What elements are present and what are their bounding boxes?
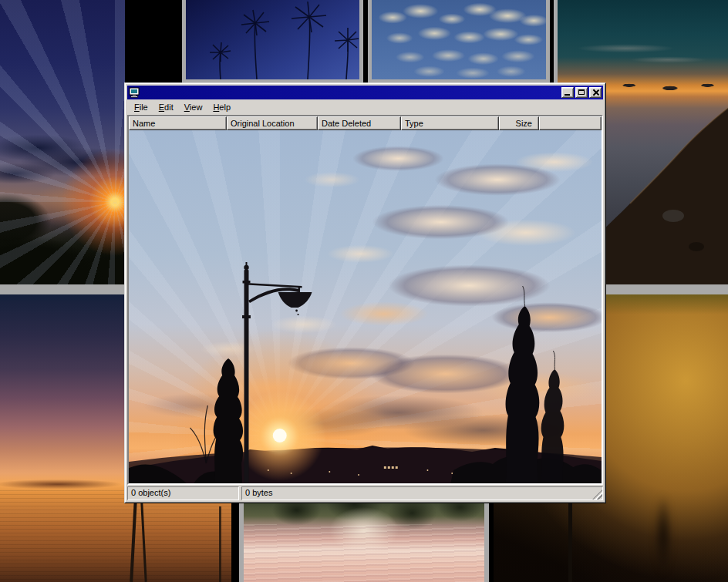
lamp-post-silhouette xyxy=(568,497,572,582)
statusbar: 0 object(s) 0 bytes xyxy=(127,486,603,500)
right-tall-tree-2 xyxy=(541,369,565,483)
right-tall-tree-1 xyxy=(506,306,540,483)
cypress-tree xyxy=(214,358,243,483)
wallpaper-photo-sunrays xyxy=(0,0,125,284)
column-header-row: Name Original Location Date Deleted Type… xyxy=(129,116,602,130)
column-header-date-deleted[interactable]: Date Deleted xyxy=(318,116,401,130)
wallpaper-photo-dried-flowers xyxy=(182,0,363,83)
column-header-type[interactable]: Type xyxy=(401,116,499,130)
menu-help[interactable]: Help xyxy=(207,101,236,114)
maximize-icon xyxy=(578,89,585,95)
sunset-wallpaper-image xyxy=(129,130,602,483)
menu-edit[interactable]: Edit xyxy=(153,101,179,114)
water-pole xyxy=(219,506,221,582)
titlebar[interactable] xyxy=(127,86,603,99)
column-header-original-location[interactable]: Original Location xyxy=(227,116,318,130)
window-controls xyxy=(560,87,602,98)
close-button[interactable] xyxy=(589,87,602,98)
menu-file[interactable]: File xyxy=(129,101,153,114)
menubar: File Edit View Help xyxy=(127,99,603,115)
status-object-count: 0 object(s) xyxy=(127,486,239,500)
column-header-blank xyxy=(539,116,602,130)
recycle-bin-window: File Edit View Help Name Original Locati… xyxy=(124,82,606,503)
close-icon xyxy=(592,89,598,96)
water-ripples xyxy=(0,490,231,582)
window-frame: File Edit View Help Name Original Locati… xyxy=(125,83,605,503)
column-header-name[interactable]: Name xyxy=(129,116,227,130)
minimize-icon xyxy=(565,94,570,96)
maximize-button[interactable] xyxy=(575,87,588,98)
minimize-button[interactable] xyxy=(561,87,574,98)
flower-silhouettes xyxy=(186,0,359,79)
blurred-pole xyxy=(652,487,675,582)
desktop: File Edit View Help Name Original Locati… xyxy=(0,0,728,582)
status-size: 0 bytes xyxy=(241,486,603,500)
file-list-area[interactable]: Name Original Location Date Deleted Type… xyxy=(127,115,603,485)
wallpaper-photo-clouds xyxy=(368,0,550,83)
menu-view[interactable]: View xyxy=(179,101,208,114)
computer-icon xyxy=(129,87,140,98)
sunset-scene-silhouettes xyxy=(129,130,602,483)
column-header-size[interactable]: Size xyxy=(499,116,539,130)
reflection-ripples xyxy=(244,524,484,582)
